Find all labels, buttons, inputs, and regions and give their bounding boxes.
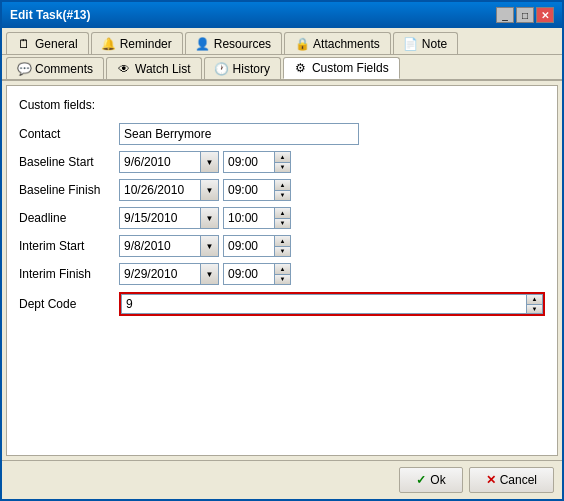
close-button[interactable]: ✕ xyxy=(536,7,554,23)
baseline-finish-date[interactable] xyxy=(119,179,201,201)
tab-resources[interactable]: 👤 Resources xyxy=(185,32,282,54)
tab-reminder[interactable]: 🔔 Reminder xyxy=(91,32,183,54)
ok-check-icon: ✓ xyxy=(416,473,426,487)
deadline-time-spin: ▲ ▼ xyxy=(275,207,291,229)
baseline-start-time-down[interactable]: ▼ xyxy=(275,163,290,173)
interim-start-time-combo: ▲ ▼ xyxy=(223,235,291,257)
deadline-row: Deadline ▼ ▲ ▼ xyxy=(19,206,545,230)
tab-note-label: Note xyxy=(422,37,447,51)
tab-watchlist[interactable]: 👁 Watch List xyxy=(106,57,202,79)
ok-label: Ok xyxy=(430,473,445,487)
baseline-finish-date-combo: ▼ xyxy=(119,179,219,201)
deadline-label: Deadline xyxy=(19,211,119,225)
tab-customfields[interactable]: ⚙ Custom Fields xyxy=(283,57,400,79)
tab-customfields-label: Custom Fields xyxy=(312,61,389,75)
interim-finish-time-spin: ▲ ▼ xyxy=(275,263,291,285)
baseline-finish-time[interactable] xyxy=(223,179,275,201)
dept-code-spin-up[interactable]: ▲ xyxy=(527,295,542,305)
interim-start-time[interactable] xyxy=(223,235,275,257)
deadline-time[interactable] xyxy=(223,207,275,229)
minimize-button[interactable]: _ xyxy=(496,7,514,23)
interim-start-date-combo: ▼ xyxy=(119,235,219,257)
tab-resources-label: Resources xyxy=(214,37,271,51)
note-icon: 📄 xyxy=(404,37,418,51)
interim-finish-label: Interim Finish xyxy=(19,267,119,281)
content-area: Custom fields: Contact Baseline Start ▼ xyxy=(6,85,558,456)
footer: ✓ Ok ✕ Cancel xyxy=(2,460,562,499)
tab-history-label: History xyxy=(233,62,270,76)
deadline-control: ▼ ▲ ▼ xyxy=(119,207,545,229)
cancel-button[interactable]: ✕ Cancel xyxy=(469,467,554,493)
tab-note[interactable]: 📄 Note xyxy=(393,32,458,54)
tab-general-label: General xyxy=(35,37,78,51)
interim-start-date[interactable] xyxy=(119,235,201,257)
baseline-finish-label: Baseline Finish xyxy=(19,183,119,197)
tab-attachments[interactable]: 🔒 Attachments xyxy=(284,32,391,54)
form-grid: Contact Baseline Start ▼ ▲ xyxy=(19,122,545,316)
tab-comments-label: Comments xyxy=(35,62,93,76)
deadline-time-combo: ▲ ▼ xyxy=(223,207,291,229)
contact-input[interactable] xyxy=(119,123,359,145)
interim-start-time-up[interactable]: ▲ xyxy=(275,236,290,247)
interim-finish-time[interactable] xyxy=(223,263,275,285)
deadline-date[interactable] xyxy=(119,207,201,229)
baseline-start-label: Baseline Start xyxy=(19,155,119,169)
tabs-row1: 🗒 General 🔔 Reminder 👤 Resources 🔒 Attac… xyxy=(2,28,562,55)
interim-finish-time-down[interactable]: ▼ xyxy=(275,275,290,285)
ok-button[interactable]: ✓ Ok xyxy=(399,467,462,493)
dept-code-input[interactable] xyxy=(121,294,527,314)
history-icon: 🕐 xyxy=(215,62,229,76)
tab-general[interactable]: 🗒 General xyxy=(6,32,89,54)
interim-finish-control: ▼ ▲ ▼ xyxy=(119,263,545,285)
interim-start-time-spin: ▲ ▼ xyxy=(275,235,291,257)
tab-comments[interactable]: 💬 Comments xyxy=(6,57,104,79)
baseline-start-time-spin: ▲ ▼ xyxy=(275,151,291,173)
window-title: Edit Task(#13) xyxy=(10,8,90,22)
baseline-finish-date-dropdown[interactable]: ▼ xyxy=(201,179,219,201)
tab-reminder-label: Reminder xyxy=(120,37,172,51)
deadline-time-up[interactable]: ▲ xyxy=(275,208,290,219)
interim-finish-date-combo: ▼ xyxy=(119,263,219,285)
interim-start-control: ▼ ▲ ▼ xyxy=(119,235,545,257)
cancel-label: Cancel xyxy=(500,473,537,487)
interim-start-time-down[interactable]: ▼ xyxy=(275,247,290,257)
title-bar: Edit Task(#13) _ □ ✕ xyxy=(2,2,562,28)
deadline-time-down[interactable]: ▼ xyxy=(275,219,290,229)
deadline-date-dropdown[interactable]: ▼ xyxy=(201,207,219,229)
deadline-date-combo: ▼ xyxy=(119,207,219,229)
contact-row: Contact xyxy=(19,122,545,146)
contact-label: Contact xyxy=(19,127,119,141)
comments-icon: 💬 xyxy=(17,62,31,76)
dept-code-highlighted-row: ▲ ▼ xyxy=(119,292,545,316)
watchlist-icon: 👁 xyxy=(117,62,131,76)
baseline-finish-time-up[interactable]: ▲ xyxy=(275,180,290,191)
baseline-start-date-dropdown[interactable]: ▼ xyxy=(201,151,219,173)
maximize-button[interactable]: □ xyxy=(516,7,534,23)
interim-finish-time-up[interactable]: ▲ xyxy=(275,264,290,275)
baseline-start-row: Baseline Start ▼ ▲ ▼ xyxy=(19,150,545,174)
title-bar-buttons: _ □ ✕ xyxy=(496,7,554,23)
tabs-row2: 💬 Comments 👁 Watch List 🕐 History ⚙ Cust… xyxy=(2,55,562,81)
baseline-start-time-up[interactable]: ▲ xyxy=(275,152,290,163)
interim-finish-date-dropdown[interactable]: ▼ xyxy=(201,263,219,285)
baseline-start-time-combo: ▲ ▼ xyxy=(223,151,291,173)
interim-finish-date[interactable] xyxy=(119,263,201,285)
tab-history[interactable]: 🕐 History xyxy=(204,57,281,79)
cancel-x-icon: ✕ xyxy=(486,473,496,487)
tab-watchlist-label: Watch List xyxy=(135,62,191,76)
general-icon: 🗒 xyxy=(17,37,31,51)
resources-icon: 👤 xyxy=(196,37,210,51)
interim-finish-row: Interim Finish ▼ ▲ ▼ xyxy=(19,262,545,286)
section-title: Custom fields: xyxy=(19,98,545,112)
interim-finish-time-combo: ▲ ▼ xyxy=(223,263,291,285)
baseline-start-date[interactable] xyxy=(119,151,201,173)
baseline-start-time[interactable] xyxy=(223,151,275,173)
tab-attachments-label: Attachments xyxy=(313,37,380,51)
baseline-finish-time-combo: ▲ ▼ xyxy=(223,179,291,201)
baseline-finish-time-down[interactable]: ▼ xyxy=(275,191,290,201)
interim-start-date-dropdown[interactable]: ▼ xyxy=(201,235,219,257)
dept-code-label: Dept Code xyxy=(19,297,119,311)
contact-control xyxy=(119,123,545,145)
dept-code-spin-down[interactable]: ▼ xyxy=(527,305,542,314)
baseline-finish-control: ▼ ▲ ▼ xyxy=(119,179,545,201)
